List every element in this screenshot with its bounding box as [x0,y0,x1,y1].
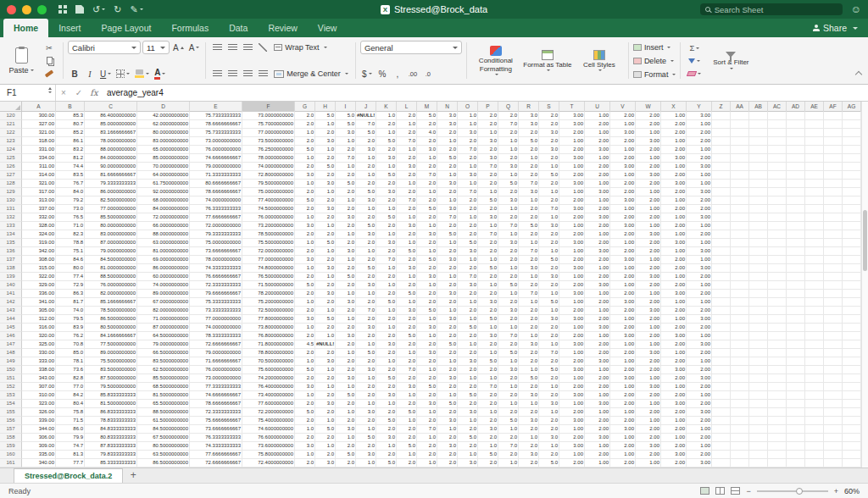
cell-E156[interactable]: 75.6666666667 [190,417,242,425]
cell-E136[interactable]: 73.6666666667 [190,247,242,256]
cell-N124[interactable]: 2.0 [437,146,458,154]
cell-R144[interactable]: 2.0 [519,315,539,324]
cell-Q121[interactable]: 7.0 [498,120,519,129]
cell-AC130[interactable] [768,196,787,205]
cell-Y145[interactable]: 2.00 [687,324,712,332]
cell-P122[interactable]: 1.0 [478,129,498,137]
cell-E127[interactable]: 71.3333333333 [190,171,242,180]
cell-J126[interactable]: 2.0 [356,163,376,171]
cell-Z120[interactable] [712,112,731,120]
cell-I125[interactable]: 7.0 [336,154,356,163]
cell-AG127[interactable] [843,171,861,180]
cell-F138[interactable]: 74.8000000000 [242,264,295,273]
cell-L123[interactable]: 7.0 [397,137,417,146]
cell-D146[interactable]: 64.5000000000 [137,332,190,340]
cell-R139[interactable]: 1.0 [519,273,539,281]
cell-G138[interactable]: 1.0 [295,264,315,273]
cell-AG139[interactable] [843,273,861,281]
cell-O147[interactable]: 1.0 [458,340,478,349]
cell-AB159[interactable] [749,442,768,451]
cell-AD120[interactable] [787,112,805,120]
cell-H158[interactable]: 2.0 [315,434,336,442]
cell-Q134[interactable]: 1.0 [498,230,519,239]
cell-D134[interactable]: 88.0000000000 [137,230,190,239]
cell-X149[interactable]: 2.00 [661,357,687,366]
cell-S132[interactable]: 1.0 [539,213,559,222]
cell-Y159[interactable]: 1.00 [687,442,712,451]
cell-C156[interactable]: 78.8333333333 [85,417,137,425]
column-header-B[interactable]: B [56,102,85,112]
cell-B127[interactable]: 83.5 [56,171,85,180]
cell-AC158[interactable] [768,434,787,442]
cell-AF139[interactable] [824,273,843,281]
cell-E153[interactable]: 74.6666666667 [190,391,242,400]
cell-Y153[interactable]: 1.00 [687,391,712,400]
cell-G123[interactable]: 2.0 [295,137,315,146]
cell-L160[interactable]: 1.0 [397,451,417,459]
cell-C160[interactable]: 79.8333333333 [85,451,137,459]
cell-R147[interactable]: 3.0 [519,340,539,349]
cell-H133[interactable]: 1.0 [315,222,336,230]
cell-A147[interactable]: 325.00 [22,340,56,349]
cell-B130[interactable]: 79.2 [56,196,85,205]
cell-Z145[interactable] [712,324,731,332]
cell-S131[interactable]: 7.0 [539,205,559,213]
cell-AC159[interactable] [768,442,787,451]
cell-R149[interactable]: 2.0 [519,357,539,366]
cell-M121[interactable]: 2.0 [417,120,437,129]
cell-T159[interactable]: 3.00 [559,442,585,451]
cell-AE123[interactable] [805,137,824,146]
cell-D129[interactable]: 92.0000000000 [137,188,190,196]
cell-AG121[interactable] [843,120,861,129]
cell-AB137[interactable] [749,256,768,264]
sheet-tab-active[interactable]: Stressed@Brock_data.2 [14,468,123,483]
cell-V150[interactable]: 2.00 [610,366,636,374]
format-as-table-button[interactable]: Format as Table [523,50,572,71]
cell-Z151[interactable] [712,374,731,383]
cell-J131[interactable]: 1.0 [356,205,376,213]
cell-Z126[interactable] [712,163,731,171]
cell-N145[interactable]: 2.0 [437,324,458,332]
cell-H124[interactable]: 1.0 [315,146,336,154]
cell-P121[interactable]: 2.0 [478,120,498,129]
cell-U139[interactable]: 2.00 [585,273,610,281]
cell-Z135[interactable] [712,239,731,247]
cell-Q150[interactable]: 3.0 [498,366,519,374]
cell-AA144[interactable] [731,315,749,324]
cell-E149[interactable]: 71.6666666667 [190,357,242,366]
cell-L138[interactable]: 3.0 [397,264,417,273]
cell-W137[interactable]: 1.00 [636,256,661,264]
wrap-text-button[interactable]: Wrap Text [271,41,329,54]
cell-N150[interactable]: 2.0 [437,366,458,374]
cell-J130[interactable]: 3.0 [356,196,376,205]
row-header-122[interactable]: 122 [0,129,22,137]
cell-B147[interactable]: 70.8 [56,340,85,349]
cell-AF135[interactable] [824,239,843,247]
cell-AB139[interactable] [749,273,768,281]
cell-W131[interactable]: 1.00 [636,205,661,213]
row-header-120[interactable]: 120 [0,112,22,120]
underline-button[interactable]: U [98,67,113,80]
cell-N123[interactable]: 1.0 [437,137,458,146]
cell-Y157[interactable]: 1.00 [687,425,712,434]
cell-AB129[interactable] [749,188,768,196]
cell-AC148[interactable] [768,349,787,357]
cell-AC123[interactable] [768,137,787,146]
copy-button[interactable] [40,55,58,67]
cell-AF125[interactable] [824,154,843,163]
cell-R134[interactable]: 2.0 [519,230,539,239]
cell-V154[interactable]: 2.00 [610,400,636,408]
cell-K147[interactable]: 3.0 [376,340,397,349]
cell-V135[interactable]: 1.00 [610,239,636,247]
cell-X133[interactable]: 2.00 [661,222,687,230]
cell-W155[interactable]: 2.00 [636,408,661,417]
cell-AG131[interactable] [843,205,861,213]
cell-N121[interactable]: 3.0 [437,120,458,129]
cell-M136[interactable]: 1.0 [417,247,437,256]
cell-T125[interactable]: 3.00 [559,154,585,163]
cell-L158[interactable]: 2.0 [397,434,417,442]
cell-M142[interactable]: 2.0 [417,298,437,307]
cell-J145[interactable]: 3.0 [356,324,376,332]
cell-P154[interactable]: 2.0 [478,400,498,408]
cell-AB147[interactable] [749,340,768,349]
